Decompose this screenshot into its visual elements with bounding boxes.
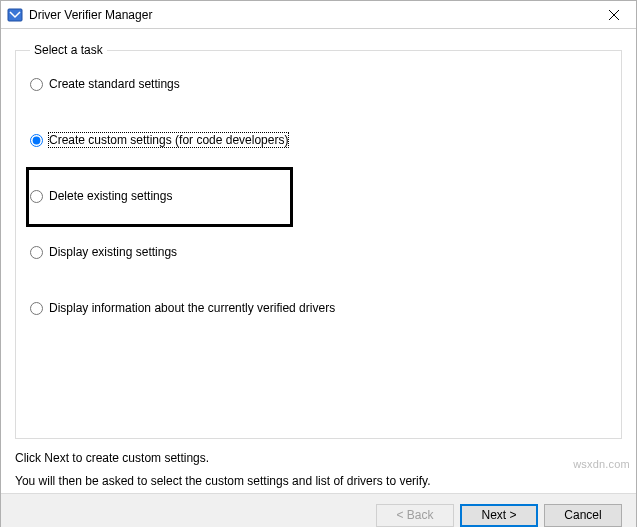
cancel-button[interactable]: Cancel [544, 504, 622, 527]
radio-input[interactable] [30, 78, 43, 91]
close-icon [609, 10, 619, 20]
next-button[interactable]: Next > [460, 504, 538, 527]
radio-input[interactable] [30, 134, 43, 147]
option-create-custom[interactable]: Create custom settings (for code develop… [30, 133, 607, 147]
radio-label: Create standard settings [49, 77, 180, 91]
radio-label: Display information about the currently … [49, 301, 335, 315]
option-display-existing[interactable]: Display existing settings [30, 245, 607, 259]
radio-label: Delete existing settings [49, 189, 172, 203]
back-button: < Back [376, 504, 454, 527]
instruction-line-2: You will then be asked to select the cus… [15, 470, 622, 493]
group-legend: Select a task [30, 43, 107, 57]
option-delete-existing[interactable]: Delete existing settings [30, 189, 607, 203]
radio-input[interactable] [30, 246, 43, 259]
radio-label: Create custom settings (for code develop… [49, 133, 288, 147]
instruction-line-1: Click Next to create custom settings. [15, 447, 622, 470]
button-bar: < Back Next > Cancel [1, 493, 636, 527]
content-area: Select a task Create standard settings C… [1, 29, 636, 493]
app-icon [7, 7, 23, 23]
window-title: Driver Verifier Manager [29, 8, 591, 22]
titlebar: Driver Verifier Manager [1, 1, 636, 29]
radio-input[interactable] [30, 302, 43, 315]
radio-label: Display existing settings [49, 245, 177, 259]
instructions: Click Next to create custom settings. Yo… [15, 447, 622, 493]
task-group: Select a task Create standard settings C… [15, 43, 622, 439]
close-button[interactable] [591, 1, 636, 29]
dialog-window: Driver Verifier Manager Select a task Cr… [0, 0, 637, 527]
option-create-standard[interactable]: Create standard settings [30, 77, 607, 91]
option-display-current[interactable]: Display information about the currently … [30, 301, 607, 315]
radio-input[interactable] [30, 190, 43, 203]
svg-rect-0 [8, 9, 22, 21]
